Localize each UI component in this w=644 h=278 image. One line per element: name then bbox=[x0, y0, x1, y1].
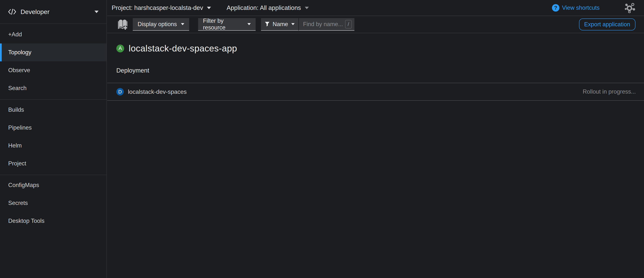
application-group-header: A localstack-dev-spaces-app bbox=[107, 43, 644, 53]
chevron-down-icon bbox=[207, 7, 211, 9]
quick-search-button[interactable] bbox=[118, 19, 128, 30]
sidebar-item-configmaps[interactable]: ConfigMaps bbox=[0, 176, 106, 194]
sidebar-item-topology[interactable]: Topology bbox=[0, 43, 106, 61]
chevron-down-icon bbox=[248, 23, 251, 25]
filter-by-resource-label: Filter by resource bbox=[203, 17, 248, 31]
topology-toolbar: Display options Filter by resource Name … bbox=[107, 16, 644, 33]
application-badge: A bbox=[116, 45, 124, 52]
display-options-dropdown[interactable]: Display options bbox=[133, 18, 189, 31]
sidebar-item-add[interactable]: +Add bbox=[0, 25, 106, 43]
sidebar-item-helm[interactable]: Helm bbox=[0, 137, 106, 154]
resource-list: D localstack-dev-spaces Rollout in progr… bbox=[107, 83, 644, 101]
filter-by-resource-dropdown[interactable]: Filter by resource bbox=[198, 18, 256, 31]
sidebar-item-search[interactable]: Search bbox=[0, 79, 106, 97]
chevron-down-icon bbox=[291, 23, 295, 25]
display-options-label: Display options bbox=[138, 21, 177, 28]
slash-shortcut-key: / bbox=[345, 20, 352, 28]
chevron-down-icon bbox=[305, 7, 309, 9]
topology-graph-icon bbox=[624, 2, 636, 13]
application-switcher[interactable]: Application: All applications bbox=[227, 4, 309, 11]
application-name: localstack-dev-spaces-app bbox=[129, 43, 237, 53]
view-shortcuts-link[interactable]: ? View shortcuts bbox=[552, 4, 600, 11]
question-circle-icon: ? bbox=[552, 4, 560, 11]
sidebar-item-builds[interactable]: Builds bbox=[0, 101, 106, 119]
topology-view-toggle-button[interactable] bbox=[624, 2, 636, 13]
sidebar-item-desktop-tools[interactable]: Desktop Tools bbox=[0, 212, 106, 230]
chevron-down-icon bbox=[181, 23, 184, 25]
perspective-label: Developer bbox=[20, 8, 50, 15]
export-application-button[interactable]: Export application bbox=[579, 18, 636, 30]
context-bar: Project: harshcasper-localsta-dev Applic… bbox=[107, 0, 644, 16]
sidebar-item-observe[interactable]: Observe bbox=[0, 61, 106, 79]
sidebar-item-secrets[interactable]: Secrets bbox=[0, 194, 106, 212]
find-by-name-input[interactable] bbox=[303, 21, 345, 28]
status-text: Rollout in progress... bbox=[583, 88, 636, 95]
perspective-switcher[interactable]: Developer bbox=[0, 0, 106, 24]
sidebar-item-pipelines[interactable]: Pipelines bbox=[0, 119, 106, 137]
sidebar-item-project[interactable]: Project bbox=[0, 154, 106, 172]
sidebar-group-main: +Add Topology Observe Search bbox=[0, 24, 106, 97]
funnel-icon bbox=[265, 22, 270, 27]
sidebar-group-build: Builds Pipelines Helm Project bbox=[0, 101, 106, 172]
name-filter-group: Name / bbox=[261, 18, 354, 31]
book-plus-icon bbox=[118, 19, 128, 30]
deployment-badge: D bbox=[116, 88, 124, 96]
table-row[interactable]: D localstack-dev-spaces Rollout in progr… bbox=[107, 83, 644, 101]
sidebar-divider bbox=[0, 175, 106, 175]
sidebar-group-config: ConfigMaps Secrets Desktop Tools bbox=[0, 176, 106, 230]
code-icon bbox=[8, 8, 16, 15]
sidebar-divider bbox=[0, 99, 106, 100]
find-by-name-field: / bbox=[298, 18, 354, 31]
project-switcher-label: Project: harshcasper-localsta-dev bbox=[112, 4, 203, 11]
topology-list-view: A localstack-dev-spaces-app Deployment D… bbox=[107, 33, 644, 278]
filter-type-dropdown[interactable]: Name bbox=[261, 18, 298, 31]
view-shortcuts-label: View shortcuts bbox=[562, 4, 600, 11]
resource-kind-heading: Deployment bbox=[107, 67, 644, 74]
sidebar: Developer +Add Topology Observe Search B… bbox=[0, 0, 107, 278]
project-switcher[interactable]: Project: harshcasper-localsta-dev bbox=[112, 4, 211, 11]
chevron-down-icon bbox=[94, 11, 98, 13]
resource-name-link[interactable]: localstack-dev-spaces bbox=[128, 88, 187, 95]
filter-type-label: Name bbox=[272, 21, 288, 28]
application-switcher-label: Application: All applications bbox=[227, 4, 301, 11]
